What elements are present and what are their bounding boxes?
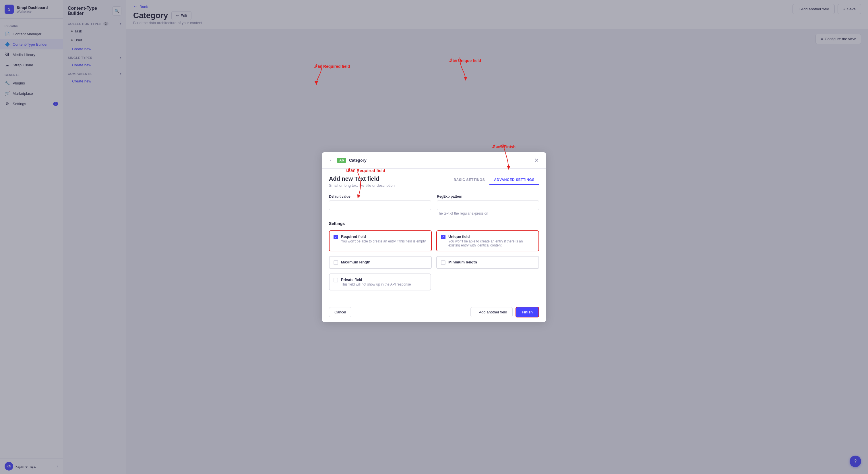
- add-field-modal: ← Ab Category ✕ Add new Text field Small…: [322, 152, 546, 322]
- finish-arrow-label: เลือกที่ Finish: [491, 144, 516, 150]
- type-badge: Ab: [337, 158, 346, 163]
- default-value-label: Default value: [329, 195, 431, 199]
- add-another-field-button[interactable]: + Add another field: [470, 307, 513, 317]
- back-icon: ←: [329, 157, 334, 163]
- min-length-info: Minimum length: [448, 260, 477, 264]
- min-length-checkbox-item: Minimum length: [436, 256, 539, 269]
- max-length-checkbox[interactable]: [334, 260, 338, 265]
- modal-title: Add new Text field: [329, 176, 395, 182]
- required-arrow-label: เลือก Required field: [313, 63, 350, 69]
- modal-overlay: ← Ab Category ✕ Add new Text field Small…: [0, 0, 868, 474]
- close-icon: ✕: [534, 157, 539, 164]
- tab-advanced-settings[interactable]: ADVANCED SETTINGS: [489, 176, 539, 185]
- form-row-default-regexp: Default value RegExp pattern The text of…: [329, 195, 539, 215]
- unique-field-checkbox[interactable]: ✓: [441, 235, 445, 239]
- max-length-checkbox-item: Maximum length: [329, 256, 432, 269]
- default-value-group: Default value: [329, 195, 431, 215]
- required-field-checkbox-item: ✓ Required field You won't be able to cr…: [329, 230, 432, 251]
- regexp-helper: The text of the regular expression: [437, 211, 539, 215]
- modal-title-group: Add new Text field Small or long text li…: [329, 176, 395, 187]
- private-field-checkbox-item: Private field This field will not show u…: [329, 273, 431, 290]
- annotation-required-container: เลือก Required field: [313, 63, 331, 87]
- unique-field-info: Unique field You won't be able to create…: [448, 234, 534, 247]
- modal-description: Small or long text like title or descrip…: [329, 183, 395, 187]
- max-length-info: Maximum length: [341, 260, 371, 264]
- modal-footer: Cancel + Add another field Finish: [322, 302, 546, 322]
- required-field-checkbox[interactable]: ✓: [334, 235, 338, 239]
- min-length-label: Minimum length: [448, 260, 477, 264]
- regexp-group: RegExp pattern The text of the regular e…: [437, 195, 539, 215]
- unique-field-desc: You won't be able to create an entry if …: [448, 239, 534, 247]
- required-field-desc: You won't be able to create an entry if …: [341, 239, 426, 243]
- required-field-info: Required field You won't be able to crea…: [341, 234, 426, 243]
- finish-button[interactable]: Finish: [516, 307, 539, 318]
- settings-checkboxes-grid: ✓ Required field You won't be able to cr…: [329, 230, 539, 269]
- modal-close-button[interactable]: ✕: [534, 157, 539, 164]
- required-arrow: [313, 63, 331, 86]
- regexp-label: RegExp pattern: [437, 195, 539, 199]
- footer-right: + Add another field Finish: [470, 307, 539, 318]
- modal-type-name: Category: [349, 158, 367, 162]
- max-length-label: Maximum length: [341, 260, 371, 264]
- settings-tabs: BASIC SETTINGS ADVANCED SETTINGS: [449, 176, 539, 185]
- unique-field-label: Unique field: [448, 234, 534, 239]
- private-field-label: Private field: [341, 277, 411, 282]
- settings-section-title: Settings: [329, 221, 539, 226]
- modal-header: ← Ab Category ✕: [322, 152, 546, 169]
- unique-arrow-label: เลือก Unique field: [448, 57, 481, 64]
- cancel-button[interactable]: Cancel: [329, 307, 351, 317]
- required-field-label: Required field: [341, 234, 426, 239]
- modal-title-row: Add new Text field Small or long text li…: [329, 176, 539, 187]
- tab-basic-settings[interactable]: BASIC SETTINGS: [449, 176, 489, 185]
- default-value-input[interactable]: [329, 200, 431, 210]
- unique-arrow: [448, 57, 471, 83]
- regexp-input[interactable]: [437, 200, 539, 210]
- modal-back-button[interactable]: ←: [329, 157, 334, 163]
- private-field-checkbox[interactable]: [334, 278, 338, 283]
- annotation-unique-container: เลือก Unique field: [448, 57, 471, 85]
- private-field-desc: This field will not show up in the API r…: [341, 283, 411, 287]
- modal-body: Add new Text field Small or long text li…: [322, 169, 546, 302]
- unique-field-checkbox-item: ✓ Unique field You won't be able to crea…: [436, 230, 539, 251]
- modal-header-left: ← Ab Category: [329, 157, 367, 163]
- private-field-info: Private field This field will not show u…: [341, 277, 411, 287]
- min-length-checkbox[interactable]: [441, 260, 445, 265]
